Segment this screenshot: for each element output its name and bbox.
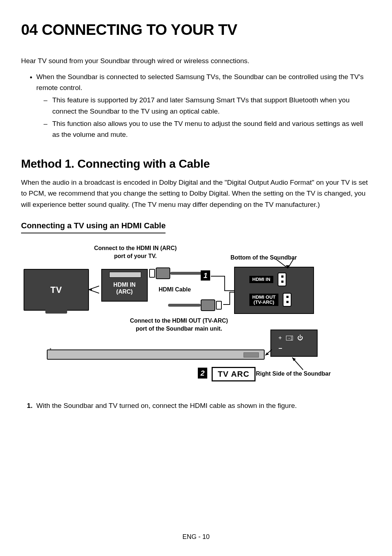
step-2-badge: 2 bbox=[198, 368, 207, 379]
hdmi-cable-label: HDMI Cable bbox=[159, 286, 191, 293]
bullet-list: When the Soundbar is connected to select… bbox=[21, 71, 371, 140]
soundbar-ports-panel: HDMI IN HDMI OUT (TV-ARC) bbox=[234, 267, 314, 314]
soundbar-device bbox=[47, 349, 265, 360]
hdmi-out-port-label: HDMI OUT (TV-ARC) bbox=[249, 294, 278, 306]
svg-line-8 bbox=[292, 357, 303, 370]
sub-list: This feature is supported by 2017 and la… bbox=[36, 95, 371, 140]
bullet-item-1: When the Soundbar is connected to select… bbox=[30, 71, 371, 140]
tv-connect-label: Connect to the HDMI IN (ARC) port of you… bbox=[92, 244, 179, 261]
step-number: 1. bbox=[27, 400, 33, 411]
hdmi-connector-1 bbox=[149, 266, 204, 281]
hdmi-connector-2 bbox=[168, 298, 222, 312]
right-side-label: Right Side of the Soundbar bbox=[256, 371, 331, 377]
source-icon: →] bbox=[286, 336, 293, 340]
bullet-text-1: When the Soundbar is connected to select… bbox=[36, 73, 364, 91]
hdmi-in-port-label: HDMI IN bbox=[249, 276, 273, 283]
intro-paragraph: Hear TV sound from your Soundbar through… bbox=[21, 56, 371, 66]
tv-device: TV bbox=[24, 269, 89, 311]
hdmi-in-arc-label: HDMI IN (ARC) bbox=[102, 281, 147, 295]
svg-marker-9 bbox=[292, 357, 296, 361]
method-heading: Method 1. Connecting with a Cable bbox=[21, 157, 371, 171]
power-icon: ⏻ bbox=[297, 335, 303, 341]
soundbar-right-panel: + →] ⏻ − bbox=[270, 330, 318, 357]
hdmi-port-icon bbox=[283, 293, 291, 307]
hdmi-port-icon bbox=[278, 273, 286, 286]
hdmi-out-port-row: HDMI OUT (TV-ARC) bbox=[249, 293, 291, 307]
minus-icon: − bbox=[278, 345, 282, 352]
hdmi-out-connect-label: Connect to the HDMI OUT (TV-ARC) port of… bbox=[124, 317, 233, 333]
connection-diagram: Connect to the HDMI IN (ARC) port of you… bbox=[24, 244, 368, 389]
tv-arc-display: TV ARC bbox=[212, 367, 256, 381]
sub-item-1: This feature is supported by 2017 and la… bbox=[44, 95, 371, 117]
soundbar-control-area-icon bbox=[244, 352, 259, 357]
hdmi-slot-icon bbox=[109, 272, 141, 278]
hdmi-subheading: Connecting a TV using an HDMI Cable bbox=[21, 221, 166, 233]
hdmi-in-port-box: HDMI IN (ARC) bbox=[101, 269, 148, 302]
svg-line-0 bbox=[89, 286, 99, 290]
method-description: When the audio in a broadcast is encoded… bbox=[21, 177, 371, 210]
section-heading: 04 CONNECTING TO YOUR TV bbox=[21, 21, 371, 38]
page-footer: ENG - 10 bbox=[0, 533, 392, 541]
step-1-badge: 1 bbox=[201, 270, 210, 281]
sub-item-2: This function also allows you to use the… bbox=[44, 118, 371, 140]
instruction-list: 1. With the Soundbar and TV turned on, c… bbox=[21, 400, 371, 411]
soundbar-control-icons: + →] ⏻ bbox=[278, 335, 303, 341]
arrow-to-right-label bbox=[278, 356, 310, 372]
tv-label: TV bbox=[24, 285, 88, 295]
plus-icon: + bbox=[278, 335, 282, 341]
svg-marker-2 bbox=[89, 288, 92, 291]
instruction-step-1: 1. With the Soundbar and TV turned on, c… bbox=[27, 400, 371, 411]
svg-marker-7 bbox=[265, 352, 269, 355]
bottom-soundbar-label: Bottom of the Soundbar bbox=[230, 254, 297, 261]
step-1-text: With the Soundbar and TV turned on, conn… bbox=[36, 402, 297, 409]
hdmi-in-port-row: HDMI IN bbox=[249, 273, 286, 286]
svg-line-1 bbox=[89, 290, 99, 293]
